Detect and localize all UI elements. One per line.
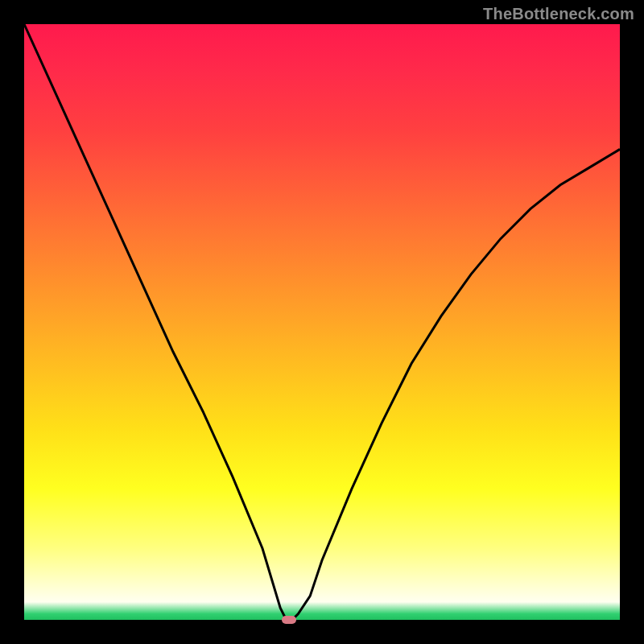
- plot-area: [24, 24, 620, 620]
- curve-svg: [24, 24, 620, 620]
- watermark-text: TheBottleneck.com: [483, 5, 634, 23]
- minimum-marker: [282, 616, 296, 624]
- bottleneck-curve: [24, 24, 620, 620]
- chart-container: TheBottleneck.com: [0, 0, 644, 644]
